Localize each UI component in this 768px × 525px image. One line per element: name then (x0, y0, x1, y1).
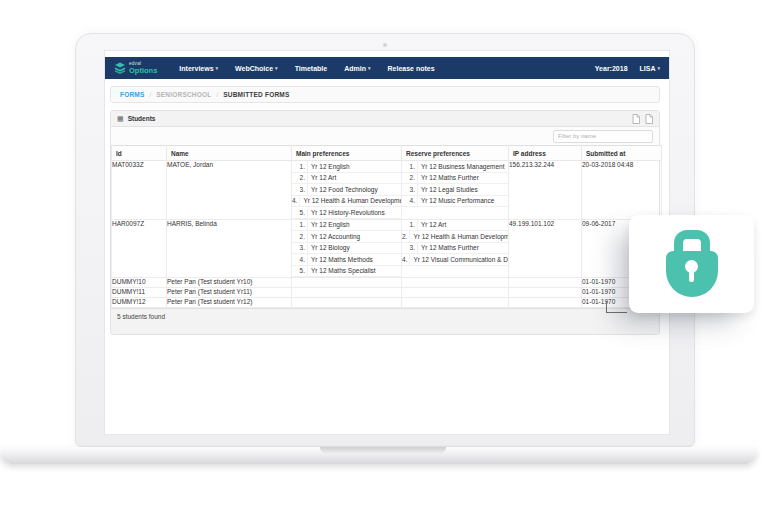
student-id: DUMMY!10 (112, 278, 167, 288)
preference-line: 1.Yr 12 English (292, 220, 401, 232)
filter-row (111, 127, 659, 145)
preference-line: 3.Yr 12 Legal Studies (402, 184, 508, 196)
preference-line: 5.Yr 12 History-Revolutions (292, 207, 401, 219)
student-id: HAR0097Z (112, 219, 167, 278)
chevron-down-icon: ▾ (275, 65, 278, 71)
file-export-icon[interactable] (632, 114, 640, 124)
student-name: MATOE, Jordan (167, 161, 292, 220)
breadcrumb-forms[interactable]: FORMS (120, 91, 144, 98)
preference-line: 4.Yr 12 Visual Communication & Design (402, 254, 508, 266)
preference-line: 4.Yr 12 Maths Methods (292, 254, 401, 266)
preference-line: 5.Yr 12 Maths Specialist (292, 266, 401, 278)
student-row[interactable]: DUMMY!12Peter Pan (Test student Yr12)01-… (112, 298, 662, 308)
student-row[interactable]: DUMMY!10Peter Pan (Test student Yr10)01-… (112, 278, 662, 288)
column-header-reserve-preferences[interactable]: Reserve preferences (402, 146, 509, 161)
table-header-row: Id Name Main preferences Reserve prefere… (112, 146, 662, 161)
breadcrumb: FORMS / SENIORSCHOOL / SUBMITTED FORMS (110, 86, 660, 103)
reserve-preferences-cell (402, 298, 509, 308)
student-ip (509, 288, 582, 298)
nav-item-timetable[interactable]: Timetable (295, 65, 328, 72)
brand-logo[interactable]: edval Options (114, 62, 157, 74)
student-id: DUMMY!12 (112, 298, 167, 308)
edval-layers-icon (114, 62, 126, 74)
preference-line: 2.Yr 12 Accounting (292, 231, 401, 243)
obscured-button-corner[interactable] (606, 301, 627, 313)
reserve-preferences-cell (402, 278, 509, 288)
column-header-submitted-at[interactable]: Submitted at (582, 146, 662, 161)
preference-line: 1.Yr 12 Art (402, 220, 508, 232)
nav-item-webchoice[interactable]: WebChoice ▾ (235, 65, 278, 72)
breadcrumb-separator: / (216, 91, 218, 98)
student-name: HARRIS, Belinda (167, 219, 292, 278)
preference-line: 3.Yr 12 Biology (292, 243, 401, 255)
reserve-preferences-cell: 1.Yr 12 Business Management2.Yr 12 Maths… (402, 161, 509, 220)
chevron-down-icon: ▾ (216, 65, 219, 71)
students-count-footer: 5 students found (111, 308, 659, 334)
preference-line: 1.Yr 12 Business Management (402, 161, 508, 173)
nav-item-interviews[interactable]: Interviews ▾ (179, 65, 218, 72)
column-header-id[interactable]: Id (112, 146, 167, 161)
students-panel: ▦ Students (110, 110, 660, 335)
nav-item-release-notes[interactable]: Release notes (387, 65, 434, 72)
laptop-bezel: edval Options Interviews ▾ WebChoice ▾ T… (75, 33, 695, 447)
breadcrumb-submitted-forms: SUBMITTED FORMS (223, 91, 289, 98)
chevron-down-icon: ▾ (368, 65, 371, 71)
preference-line: 4.Yr 12 Music Performance (402, 196, 508, 208)
preference-line: 2.Yr 12 Health & Human Development (402, 231, 508, 243)
student-row[interactable]: HAR0097ZHARRIS, Belinda1.Yr 12 English2.… (112, 219, 662, 278)
student-ip: 49.199.101.102 (509, 219, 582, 278)
main-preferences-cell (292, 288, 402, 298)
webcam-dot (383, 43, 387, 47)
filter-by-name-input[interactable] (553, 130, 653, 143)
student-ip: 156.213.32.244 (509, 161, 582, 220)
file-export-icon[interactable] (645, 114, 653, 124)
student-name: Peter Pan (Test student Yr12) (167, 298, 292, 308)
preference-line: 3.Yr 12 Food Technology (292, 184, 401, 196)
locked-feature-card (629, 215, 754, 313)
reserve-preferences-cell (402, 288, 509, 298)
student-row[interactable]: DUMMY!11Peter Pan (Test student Yr11)01-… (112, 288, 662, 298)
student-ip (509, 278, 582, 288)
laptop-base-notch (320, 447, 446, 454)
laptop-base (0, 447, 757, 464)
reserve-preferences-cell: 1.Yr 12 Art2.Yr 12 Health & Human Develo… (402, 219, 509, 278)
laptop-screen: edval Options Interviews ▾ WebChoice ▾ T… (104, 50, 670, 435)
brand-name: Options (129, 67, 157, 75)
nav-menu: Interviews ▾ WebChoice ▾ Timetable Admin… (179, 65, 434, 72)
page: edval Options Interviews ▾ WebChoice ▾ T… (0, 0, 768, 525)
lock-icon (666, 230, 718, 298)
student-ip (509, 298, 582, 308)
nav-item-admin[interactable]: Admin ▾ (344, 65, 370, 72)
student-row[interactable]: MAT0033ZMATOE, Jordan1.Yr 12 English2.Yr… (112, 161, 662, 220)
main-preferences-cell: 1.Yr 12 English2.Yr 12 Accounting3.Yr 12… (292, 219, 402, 278)
column-header-name[interactable]: Name (167, 146, 292, 161)
year-label: Year:2018 (595, 65, 628, 72)
breadcrumb-seniorschool[interactable]: SENIORSCHOOL (156, 91, 211, 98)
student-id: DUMMY!11 (112, 288, 167, 298)
students-table-body: MAT0033ZMATOE, Jordan1.Yr 12 English2.Yr… (112, 161, 662, 308)
student-name: Peter Pan (Test student Yr10) (167, 278, 292, 288)
preference-line: 1.Yr 12 English (292, 161, 401, 173)
preference-line: 4.Yr 12 Health & Human Development (292, 196, 401, 208)
student-submitted-at: 20-03-2018 04:48 (582, 161, 662, 220)
main-preferences-cell (292, 298, 402, 308)
student-id: MAT0033Z (112, 161, 167, 220)
main-preferences-cell (292, 278, 402, 288)
students-table: Id Name Main preferences Reserve prefere… (111, 145, 662, 308)
column-header-ip-address[interactable]: IP address (509, 146, 582, 161)
user-menu[interactable]: LISA ▾ (640, 65, 660, 72)
panel-title: Students (128, 115, 156, 122)
students-panel-header: ▦ Students (111, 111, 659, 127)
breadcrumb-separator: / (149, 91, 151, 98)
column-header-main-preferences[interactable]: Main preferences (292, 146, 402, 161)
table-grid-icon: ▦ (117, 115, 124, 122)
chevron-down-icon: ▾ (657, 65, 660, 71)
student-name: Peter Pan (Test student Yr11) (167, 288, 292, 298)
preference-line: 3.Yr 12 Maths Further (402, 243, 508, 255)
main-preferences-cell: 1.Yr 12 English2.Yr 12 Art3.Yr 12 Food T… (292, 161, 402, 220)
top-navbar: edval Options Interviews ▾ WebChoice ▾ T… (105, 57, 669, 79)
preference-line: 2.Yr 12 Maths Further (402, 173, 508, 185)
preference-line: 2.Yr 12 Art (292, 173, 401, 185)
